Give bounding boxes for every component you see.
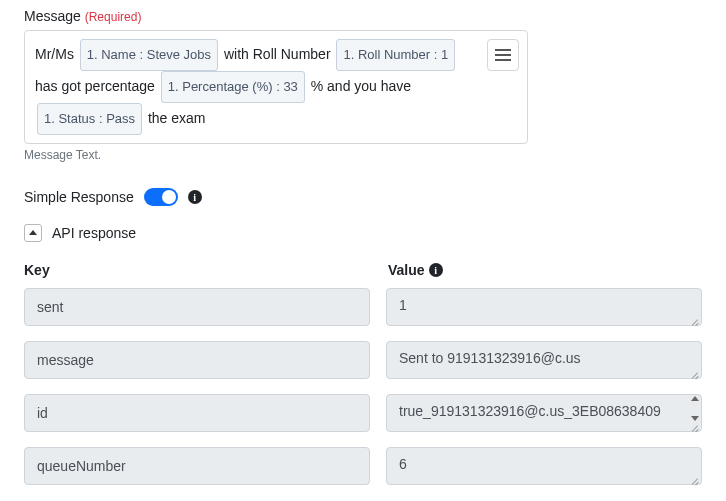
key-input[interactable]	[24, 288, 370, 326]
kv-row: 6	[24, 447, 702, 488]
chevron-up-icon[interactable]	[24, 224, 42, 242]
kv-row: 1	[24, 288, 702, 329]
msg-text: has got percentage	[35, 78, 155, 94]
token-name[interactable]: 1. Name : Steve Jobs	[80, 39, 218, 71]
key-input[interactable]	[24, 394, 370, 432]
key-input[interactable]	[24, 341, 370, 379]
msg-text: with Roll Number	[224, 46, 331, 62]
message-label: Message	[24, 8, 81, 24]
info-icon[interactable]: i	[429, 263, 443, 277]
simple-response-label: Simple Response	[24, 189, 134, 205]
value-input[interactable]: 1	[386, 288, 702, 326]
column-key: Key	[24, 262, 388, 278]
token-percentage[interactable]: 1. Percentage (%) : 33	[161, 71, 305, 103]
value-input[interactable]: 6	[386, 447, 702, 485]
info-icon[interactable]: i	[188, 190, 202, 204]
hamburger-icon[interactable]	[487, 39, 519, 71]
message-helper: Message Text.	[24, 148, 702, 162]
api-response-label: API response	[52, 225, 136, 241]
simple-response-row: Simple Response i	[24, 188, 702, 206]
msg-text: Mr/Ms	[35, 46, 74, 62]
message-editor[interactable]: Mr/Ms 1. Name : Steve Jobs with Roll Num…	[24, 30, 528, 144]
key-input[interactable]	[24, 447, 370, 485]
token-status[interactable]: 1. Status : Pass	[37, 103, 142, 135]
message-content: Mr/Ms 1. Name : Steve Jobs with Roll Num…	[35, 39, 479, 135]
value-input[interactable]: Sent to 919131323916@c.us	[386, 341, 702, 379]
token-roll-number[interactable]: 1. Roll Number : 1	[336, 39, 455, 71]
kv-row: Sent to 919131323916@c.us	[24, 341, 702, 382]
api-response-header[interactable]: API response	[24, 224, 702, 242]
column-value-text: Value	[388, 262, 425, 278]
msg-text: the exam	[148, 110, 206, 126]
kv-header: Key Value i	[24, 262, 702, 278]
value-input[interactable]: true_919131323916@c.us_3EB08638409	[386, 394, 702, 432]
required-tag: (Required)	[85, 10, 142, 24]
kv-row: true_919131323916@c.us_3EB08638409	[24, 394, 702, 435]
msg-text: % and you have	[311, 78, 411, 94]
simple-response-toggle[interactable]	[144, 188, 178, 206]
scrollbar-icon	[690, 396, 700, 421]
column-value: Value i	[388, 262, 702, 278]
message-field-header: Message (Required)	[24, 8, 702, 24]
